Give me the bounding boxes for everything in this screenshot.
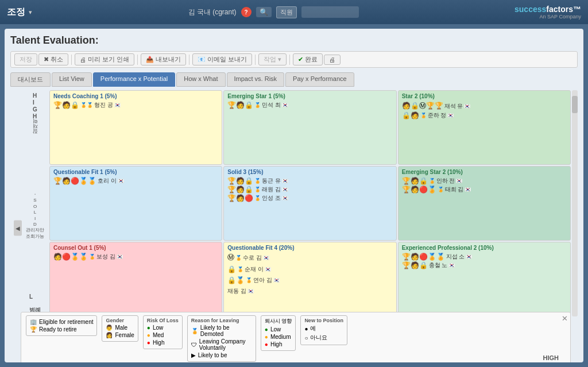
person-name: 호리 이 (98, 177, 117, 185)
legend-reason: Reason for Leaving 🏅Likely to be Demoted… (187, 315, 256, 362)
cell-questionable-fit-4: Questionable Fit 4 (20%) Ⓜ 🏅 수로 김 🇰🇷 🔒 (223, 242, 396, 316)
questionable-fit-1-title: Questionable Fit 1 (5%) (53, 169, 218, 175)
cell-emerging-star-2: Emerging Star 2 (10%) 🏆🧑🔒 🏅 인하 전 🇰🇷 🏆🧑🔴🏅… (398, 166, 571, 241)
legend-impact-low: ●Low (265, 326, 292, 333)
leaving-icon: 🛡 (191, 342, 197, 348)
person-donggeun: 🏆🧑🔒 🏅 동근 유 🇰🇷 (227, 177, 392, 185)
legend-reason-title: Reason for Leaving (191, 318, 252, 323)
male-icon: 👨 (106, 324, 113, 331)
person-name: 수로 김 (243, 254, 262, 262)
legend-impact-med: ●Medium (265, 334, 292, 340)
y-high-label: HIGH (33, 92, 37, 120)
title-dropdown[interactable]: ▾ (29, 9, 32, 16)
header-center: 김 국내 (cgrant) ? 🔍 직원 (188, 6, 359, 18)
person-icons: 🏆🧑🔴🏅🏅 (53, 177, 96, 185)
person-name: 충철 노 (429, 261, 448, 269)
legend-no: ○아니요 (304, 334, 343, 342)
preview-button[interactable]: 🖨 미리 보기 인쇄 (75, 53, 134, 65)
tab-list-view[interactable]: List View (52, 72, 92, 87)
person-icons: 🏆🧑🔒 (227, 101, 253, 109)
location-dropdown[interactable]: 직원 (276, 6, 297, 18)
person-name: 태희 김 (445, 186, 464, 194)
legend-eligible: 🏢Eligible for retirement (30, 319, 93, 325)
emerging-star-2-title: Emerging Star 2 (10%) (402, 169, 567, 175)
app-title: 조정 (7, 6, 25, 18)
search-field[interactable] (301, 6, 359, 18)
tab-impact-risk[interactable]: Impact vs. Risk (227, 72, 285, 87)
toolbar-divider-5 (289, 55, 290, 65)
tab-pay-performance[interactable]: Pay x Performance (285, 72, 354, 87)
person-icons: 🏆🧑🔒 (227, 186, 253, 194)
person-inha: 🏆🧑🔒 🏅 인하 전 🇰🇷 (402, 177, 567, 185)
complete-button[interactable]: ✔ 완료 (293, 53, 323, 65)
person-extras: 🏅 (237, 266, 243, 272)
person-jiseob: 🏆🧑🔴🏅🏅 지섭 소 🇰🇷 (402, 253, 567, 261)
person-jaedong: 재동 김 🇰🇷 (227, 287, 392, 295)
person-icons: 🧑🔒Ⓜ🏆🏆 (402, 101, 443, 111)
person-suro: Ⓜ 🏅 수로 김 🇰🇷 (227, 253, 392, 262)
scrollbar[interactable] (572, 90, 578, 316)
impact-high-icon: ● (265, 341, 268, 347)
high-bottom-label: HIGH (543, 354, 559, 361)
legend-risk-high: ●High (147, 339, 179, 346)
legend-risk-low: ●Low (147, 324, 179, 331)
person-extras: 🏅 (235, 255, 242, 261)
questionable-fit-4-title: Questionable Fit 4 (20%) (227, 245, 392, 251)
tab-performance-potential[interactable]: Performance x Potential (93, 72, 175, 87)
help-button[interactable]: ? (241, 7, 252, 17)
toolbar-divider-4 (255, 55, 256, 65)
top-header: 조정 ▾ 김 국내 (cgrant) ? 🔍 직원 successfactors… (0, 0, 588, 24)
email-button[interactable]: 📧 이메일 보내기 (192, 53, 252, 65)
collapse-arrow[interactable]: ◀ (14, 220, 22, 235)
person-junho: 🔒🧑 🏅 준하 정 🇰🇷 (402, 111, 567, 119)
person-hori: 🏆🧑🔴🏅🏅 호리 이 🇰🇷 (53, 177, 218, 185)
person-name: 재석 유 (444, 102, 463, 110)
grid-row-1: Needs Coaching 1 (5%) 🏆🧑🔒 🏅🏅 형진 공 🇰🇷 Eme… (49, 90, 571, 165)
y-potential-label: 잠재력 (32, 122, 39, 138)
flag-icon: 🇰🇷 (118, 178, 124, 184)
legend-reason-leaving: 🛡Leaving Company Voluntarily (191, 338, 252, 351)
tab-dashboard[interactable]: 대시보드 (10, 72, 51, 87)
emerging-star-1-title: Emerging Star 1 (5%) (227, 93, 392, 99)
person-flag: 🏅 (89, 254, 95, 260)
tab-how-what[interactable]: How x What (176, 72, 225, 87)
legend-panel: ✕ 🏢Eligible for retirement 🏆Ready to ret… (21, 312, 571, 362)
cancel-button[interactable]: ✖ 취소 (38, 53, 68, 65)
person-flag: 🏅 (254, 187, 261, 192)
star-2-title: Star 2 (10%) (402, 93, 567, 99)
close-legend-button[interactable]: ✕ (562, 314, 568, 323)
person-icons: 🏆🧑🔒 (53, 101, 79, 109)
person-name: 재동 김 (227, 287, 246, 295)
cancel-icon: ✖ (44, 56, 49, 63)
risk-high-icon: ● (147, 339, 150, 346)
person-name: 인성 조 (262, 194, 281, 202)
toolbar-divider-1 (71, 55, 72, 65)
person-name: 민석 최 (262, 101, 281, 109)
eligible-icon: 🏢 (30, 319, 37, 325)
demoted-icon: 🏅 (191, 328, 198, 334)
save-button[interactable]: 저장 (14, 53, 37, 65)
eligible-label: Eligible for retirement (39, 319, 93, 325)
person-icons: Ⓜ (227, 253, 234, 262)
y-solid-label: ・SOLID관리자만조회가능 (26, 192, 44, 239)
tab-bar: 대시보드 List View Performance x Potential H… (10, 72, 578, 87)
legend-female: 👩Female (106, 332, 134, 338)
person-name: 인하 전 (436, 177, 455, 185)
person-name: 래원 김 (262, 186, 281, 194)
work-button[interactable]: 작업 ▾ (258, 53, 287, 65)
person-extras: 🏅 (246, 277, 252, 283)
y-axis-high: HIGH 잠재력 (32, 92, 39, 138)
export-button[interactable]: 📤 내보내기 (141, 53, 186, 65)
yes-icon: ● (304, 326, 308, 332)
print-button[interactable]: 🖨 (324, 55, 341, 65)
legend-risk-title: Risk Of Loss (147, 318, 179, 323)
search-bar[interactable]: 🔍 (256, 7, 272, 17)
flag-icon: 🇰🇷 (282, 102, 288, 108)
counsel-out-1-title: Counsel Out 1 (5%) (53, 245, 218, 251)
legend-risk: Risk Of Loss ●Low ●Med ●High (143, 315, 183, 349)
flag-icon: 🇰🇷 (282, 195, 288, 201)
print-icon: 🖨 (80, 56, 86, 63)
experienced-professional-2-title: Experienced Professional 2 (10%) (402, 245, 567, 251)
grid-wrapper: ◀ HIGH 잠재력 ・SOLID관리자만조회가능 L범례 (10, 90, 578, 362)
toolbar-divider-2 (137, 55, 138, 65)
